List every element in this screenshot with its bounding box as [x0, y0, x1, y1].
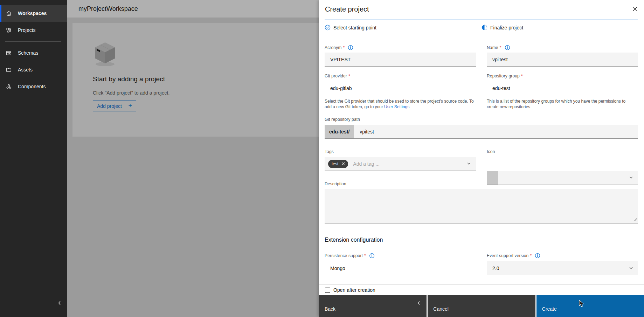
- persistence-support-combobox[interactable]: [325, 261, 476, 275]
- step-current-icon: [482, 25, 487, 30]
- back-button-label: Back: [325, 306, 335, 312]
- sidebar-item-label: Components: [18, 84, 46, 89]
- folder-icon: [5, 66, 12, 73]
- required-marker: *: [521, 74, 523, 78]
- back-button[interactable]: Back: [319, 295, 427, 317]
- chevron-left-icon: [57, 300, 62, 306]
- info-icon[interactable]: [535, 253, 540, 259]
- acronym-label-row: Acronym *: [325, 45, 476, 50]
- git-provider-combobox[interactable]: [325, 81, 476, 95]
- icon-label: Icon: [487, 149, 495, 154]
- sidebar-item-schemas[interactable]: Schemas: [0, 44, 67, 61]
- step-label: Select starting point: [333, 25, 376, 30]
- step-label: Finalize project: [490, 25, 523, 30]
- open-after-creation-row: Open after creation: [319, 284, 644, 295]
- persistence-support-label-row: Persistence support *: [325, 253, 476, 259]
- event-support-version-label: Event support version: [487, 253, 528, 258]
- tags-placeholder: Add a tag ...: [353, 161, 380, 167]
- create-project-panel: Create project Select starting point Fin…: [319, 0, 644, 317]
- repository-group-combobox[interactable]: [487, 81, 638, 95]
- sidebar-divider: [5, 41, 61, 42]
- tags-label-row: Tags: [325, 149, 476, 154]
- chevron-down-icon: [629, 175, 633, 180]
- name-label: Name: [487, 45, 498, 50]
- step-finalize-project[interactable]: Finalize project: [482, 25, 523, 30]
- step-complete-icon: [325, 25, 331, 30]
- sidebar-item-projects[interactable]: Projects: [0, 22, 67, 39]
- git-repository-path-input[interactable]: [354, 125, 638, 138]
- path-prefix: edu-test/: [325, 125, 354, 138]
- description-label: Description: [325, 181, 346, 186]
- create-button[interactable]: Create: [536, 295, 644, 317]
- repository-group-helper-text: This is a list of the repository groups …: [487, 99, 625, 109]
- sidebar-collapse-button[interactable]: [55, 299, 64, 307]
- tags-label: Tags: [325, 149, 334, 154]
- user-settings-link[interactable]: User Settings: [384, 104, 409, 109]
- extension-configuration-heading: Extension configuration: [325, 237, 383, 243]
- panel-title: Create project: [325, 5, 369, 13]
- sidebar-item-label: Projects: [18, 27, 36, 33]
- info-icon[interactable]: [369, 253, 375, 259]
- name-label-row: Name *: [487, 45, 638, 50]
- chevron-left-icon: [416, 301, 421, 305]
- required-marker: *: [348, 74, 350, 78]
- progress-bar: [325, 20, 638, 20]
- sidebar-item-label: Workspaces: [18, 11, 47, 16]
- projects-icon: [5, 27, 12, 34]
- sidebar-item-label: Schemas: [18, 50, 38, 56]
- sidebar-item-components[interactable]: Components: [0, 78, 67, 95]
- panel-actions: Back Cancel Create: [319, 295, 644, 317]
- repository-group-helper: This is a list of the repository groups …: [487, 98, 638, 110]
- event-support-version-label-row: Event support version *: [487, 253, 638, 259]
- git-repository-path-label-row: Git repository path: [325, 117, 638, 122]
- cancel-button-label: Cancel: [433, 306, 449, 312]
- close-icon: [632, 6, 638, 12]
- info-icon[interactable]: [348, 45, 353, 50]
- cancel-button[interactable]: Cancel: [428, 295, 535, 317]
- workspace-main-area: myProjectWorkspace Start by adding a pro…: [67, 0, 319, 317]
- repository-group-label: Repository group: [487, 74, 520, 78]
- persistence-support-label: Persistence support: [325, 253, 363, 258]
- required-marker: *: [530, 253, 532, 258]
- open-after-creation-label: Open after creation: [333, 287, 375, 293]
- chevron-down-icon: [466, 161, 471, 166]
- event-support-version-value[interactable]: [487, 261, 638, 275]
- sidebar-item-label: Assets: [18, 67, 33, 73]
- close-button[interactable]: [630, 4, 640, 14]
- chevron-down-icon: [629, 266, 633, 270]
- modal-overlay: [67, 0, 319, 317]
- description-field-wrap: [325, 189, 638, 223]
- required-marker: *: [343, 45, 345, 50]
- git-repository-path-field: edu-test/: [325, 125, 638, 139]
- home-icon: [5, 10, 12, 17]
- name-input[interactable]: [487, 53, 638, 67]
- sidebar-item-workspaces[interactable]: Workspaces: [0, 5, 67, 22]
- git-repository-path-label: Git repository path: [325, 117, 360, 122]
- tag-chip: test: [328, 160, 348, 168]
- create-button-label: Create: [542, 306, 557, 312]
- left-nav: Workspaces Projects Schemas: [0, 0, 67, 317]
- git-provider-label: Git provider: [325, 74, 347, 78]
- git-provider-label-row: Git provider *: [325, 74, 476, 78]
- icon-label-row: Icon: [487, 149, 638, 154]
- required-marker: *: [500, 45, 501, 50]
- acronym-input[interactable]: [325, 53, 476, 67]
- description-label-row: Description: [325, 181, 638, 186]
- acronym-label: Acronym: [325, 45, 341, 50]
- components-cluster-icon: [5, 83, 12, 90]
- description-textarea[interactable]: [325, 189, 638, 223]
- tag-chip-label: test: [332, 161, 338, 166]
- event-support-version-dropdown[interactable]: [487, 261, 638, 275]
- git-provider-helper: Select the Git provider that should be u…: [325, 98, 476, 110]
- sidebar-item-assets[interactable]: Assets: [0, 61, 67, 78]
- archive-box-icon: [5, 49, 12, 56]
- required-marker: *: [364, 253, 366, 258]
- tag-remove-button[interactable]: [340, 161, 346, 167]
- info-icon[interactable]: [505, 45, 510, 50]
- repository-group-label-row: Repository group *: [487, 74, 638, 78]
- tags-input-field[interactable]: test Add a tag ...: [325, 157, 476, 171]
- open-after-creation-checkbox[interactable]: [325, 288, 330, 293]
- step-select-starting-point[interactable]: Select starting point: [325, 25, 376, 30]
